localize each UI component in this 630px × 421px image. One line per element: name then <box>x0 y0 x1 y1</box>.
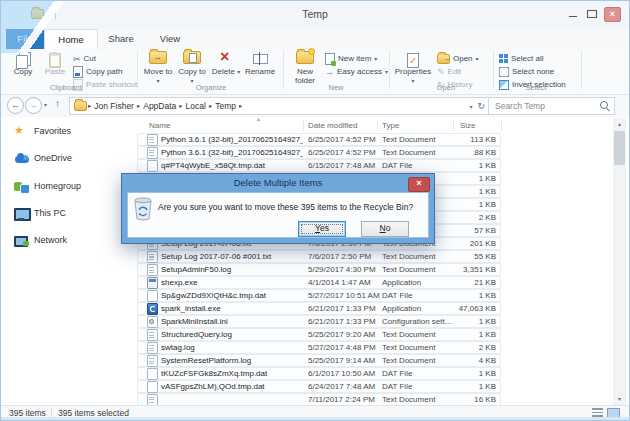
close-button[interactable] <box>604 7 621 22</box>
table-row[interactable]: tKUZcFSFGk8sZmXq.tmp.dat 6/1/2017 10:50 … <box>135 367 611 380</box>
scroll-down-icon[interactable] <box>613 393 626 405</box>
table-row[interactable]: Setup Log 2017-07-06 #001.txt 7/6/2017 2… <box>135 250 611 263</box>
tab-home[interactable]: Home <box>44 29 98 50</box>
file-type-icon <box>147 368 158 380</box>
table-row[interactable]: q#PT4qWybE_x58Qt.tmp.dat 6/15/2017 7:48 … <box>135 159 611 172</box>
table-row[interactable]: SystemResetPlatform.log 5/25/2017 9:14 A… <box>135 354 611 367</box>
file-date-modified: 4/1/2014 1:47 AM <box>308 278 371 287</box>
delete-button[interactable]: Delete ▾ <box>211 51 241 77</box>
select-none-button[interactable]: Select none <box>499 66 554 77</box>
file-name: SparkMiniInstall.ini <box>161 317 303 326</box>
file-type-icon <box>147 355 158 367</box>
table-row[interactable]: Python 3.6.1 (32-bit)_20170625164927_01.… <box>135 146 611 159</box>
column-header-date-modified[interactable]: Date modified <box>308 121 357 130</box>
sidebar-item-label: OneDrive <box>34 153 72 163</box>
breadcrumb-item[interactable]: Local <box>184 101 208 111</box>
select-all-icon <box>499 54 508 63</box>
file-size: 1 KB <box>435 200 496 209</box>
file-size: 2 KB <box>435 343 496 352</box>
search-input[interactable] <box>493 99 597 113</box>
divider <box>581 51 582 89</box>
up-button[interactable] <box>55 98 60 109</box>
dialog-close-button[interactable] <box>408 177 430 192</box>
file-size: 55 KB <box>435 252 496 261</box>
file-name: SetupAdminF50.log <box>161 265 303 274</box>
file-size: 1 KB <box>435 317 496 326</box>
copy-path-button[interactable]: Copy path <box>73 66 122 77</box>
cut-button[interactable]: Cut <box>73 53 96 64</box>
address-dropdown-icon[interactable] <box>469 101 472 111</box>
vertical-scrollbar[interactable] <box>613 118 626 405</box>
sidebar-item[interactable]: Homegroup <box>1 179 131 195</box>
file-date-modified: 7/11/2017 2:24 PM <box>308 395 375 404</box>
table-row[interactable]: SparkMiniInstall.ini 6/21/2017 1:33 PM C… <box>135 315 611 328</box>
table-row[interactable]: vASFgpsZhLM),QOd.tmp.dat 6/24/2017 7:48 … <box>135 380 611 393</box>
new-item-button[interactable]: New item▾ <box>325 53 377 64</box>
no-button[interactable]: No <box>361 221 409 237</box>
tab-file[interactable]: File <box>6 29 44 49</box>
breadcrumb-item[interactable]: Jon Fisher <box>92 101 136 111</box>
group-label-new: New <box>306 83 366 92</box>
edit-button[interactable]: Edit <box>437 66 461 77</box>
divider <box>493 51 494 89</box>
table-row[interactable]: swtag.log 5/27/2017 4:48 PM Text Documen… <box>135 341 611 354</box>
table-row[interactable]: Python 3.6.1 (32-bit)_20170625164927_00.… <box>135 133 611 146</box>
sidebar-item-label: This PC <box>34 208 66 218</box>
file-size: 1 KB <box>435 330 496 339</box>
file-type-icon <box>147 160 158 172</box>
table-row[interactable]: shexp.exe 4/1/2014 1:47 AM Application 2… <box>135 276 611 289</box>
maximize-button[interactable] <box>584 7 599 20</box>
copy-button[interactable]: Copy <box>9 51 37 76</box>
file-size: 47,063 KB <box>435 304 496 313</box>
select-all-button[interactable]: Select all <box>499 53 543 64</box>
column-header-type[interactable]: Type <box>382 121 399 130</box>
move-to-button[interactable]: Move to ▾ <box>143 51 173 86</box>
file-size: 1 KB <box>435 187 496 196</box>
divider <box>51 408 52 417</box>
file-size: 113 KB <box>435 135 496 144</box>
file-name: swtag.log <box>161 343 303 352</box>
sidebar-item[interactable]: Network <box>1 233 131 249</box>
table-row[interactable]: StructuredQuery.log 5/25/2017 9:20 AM Te… <box>135 328 611 341</box>
new-folder-button[interactable]: New folder <box>289 51 321 85</box>
select-none-icon <box>499 67 509 77</box>
breadcrumb-item[interactable]: AppData <box>141 101 178 111</box>
breadcrumb-item[interactable]: Temp <box>213 101 238 111</box>
table-row[interactable]: SetupAdminF50.log 5/29/2017 4:30 PM Text… <box>135 263 611 276</box>
file-size: 1 KB <box>435 174 496 183</box>
dialog-message: Are you sure you want to move these 395 … <box>158 202 422 212</box>
forward-button[interactable] <box>25 97 42 114</box>
minimize-button[interactable] <box>566 7 581 20</box>
scrollbar-thumb[interactable] <box>614 131 625 165</box>
group-label-organize: Organize <box>176 83 246 92</box>
rename-button[interactable]: Rename <box>243 51 277 76</box>
table-row[interactable]: Sp&gwZDd9X!QtH&c.tmp.dat 5/27/2017 10:51… <box>135 289 611 302</box>
tab-view[interactable]: View <box>146 29 194 49</box>
paste-button[interactable]: Paste <box>41 51 69 76</box>
navigation-pane: Favorites OneDrive Homegroup This PC Net… <box>1 117 133 405</box>
properties-button[interactable]: Properties ▾ <box>393 51 433 86</box>
sidebar-item[interactable]: This PC <box>1 206 131 222</box>
easy-access-button[interactable]: Easy access▾ <box>325 66 388 77</box>
sidebar-item[interactable]: Favorites <box>1 124 131 140</box>
tab-share[interactable]: Share <box>96 29 146 49</box>
ribbon: Copy Paste Cut Copy path Paste shortcut … <box>1 49 629 95</box>
column-header-name[interactable]: Name <box>149 121 170 130</box>
search-box <box>488 97 615 115</box>
file-type-icon <box>147 134 158 146</box>
column-header-size[interactable]: Size <box>460 121 476 130</box>
scroll-up-icon[interactable] <box>613 118 626 130</box>
sidebar-item[interactable]: OneDrive <box>1 151 131 167</box>
file-date-modified: 6/24/2017 7:48 AM <box>308 382 375 391</box>
back-button[interactable] <box>7 97 24 114</box>
breadcrumb[interactable]: Jon Fisher AppData Local Temp <box>69 97 489 115</box>
yes-button[interactable]: Yes <box>298 221 346 237</box>
copy-to-button[interactable]: Copy to ▾ <box>177 51 207 86</box>
recent-locations-icon[interactable] <box>44 101 47 108</box>
details-view-button[interactable] <box>592 408 603 417</box>
copy-icon <box>16 55 28 69</box>
explorer-window: ▾ Temp File Home Share View Copy Paste C… <box>0 0 630 421</box>
refresh-icon[interactable] <box>477 101 485 111</box>
open-button[interactable]: Open▾ <box>437 53 479 64</box>
table-row[interactable]: spark_install.exe 6/21/2017 1:33 PM Appl… <box>135 302 611 315</box>
